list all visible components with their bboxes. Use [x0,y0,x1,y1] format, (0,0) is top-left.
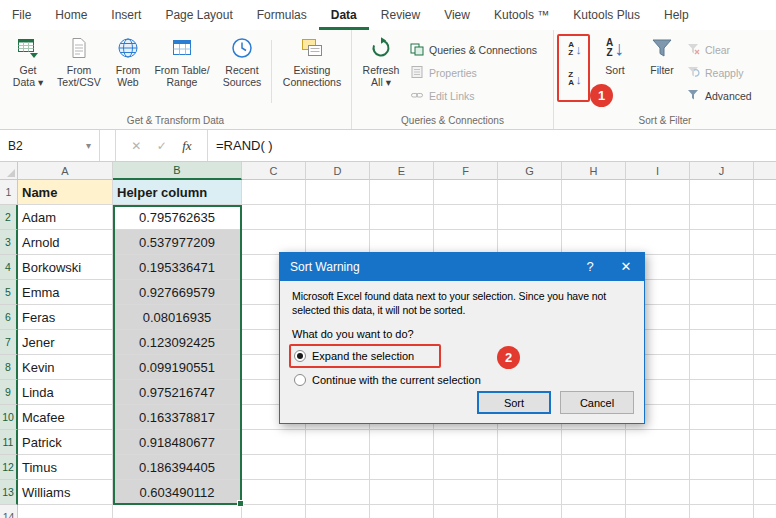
sort-confirm-button[interactable]: Sort [477,391,551,414]
tab-home[interactable]: Home [43,0,99,30]
tab-data[interactable]: Data [319,0,369,30]
sort-ascending-button[interactable]: AZ ↓ [562,36,588,62]
tab-kutools-plus[interactable]: Kutools Plus [561,0,652,30]
row-header-12[interactable]: 12 [0,455,18,480]
radio-expand-selection[interactable]: Expand the selection [294,347,644,364]
tab-formulas[interactable]: Formulas [245,0,319,30]
row-header-8[interactable]: 8 [0,355,18,380]
tab-kutools[interactable]: Kutools ™ [482,0,561,30]
cell-b1[interactable]: Helper column [113,180,242,205]
cancel-button[interactable]: Cancel [560,391,634,414]
cell-a5[interactable]: Emma [18,280,113,305]
col-header-a[interactable]: A [18,162,113,180]
existing-connections-button[interactable]: Existing Connections [276,35,348,88]
from-table-range-button[interactable]: From Table/ Range [150,35,214,88]
cell-a8[interactable]: Kevin [18,355,113,380]
row-header-13[interactable]: 13 [0,480,18,505]
cell-b10[interactable]: 0.163378817 [113,405,242,430]
row-header-14[interactable]: 14 [0,505,18,518]
cell-a13[interactable]: Williams [18,480,113,505]
from-text-csv-button[interactable]: From Text/CSV [52,35,106,88]
cell-b13[interactable]: 0.603490112 [113,480,242,505]
col-header-i[interactable]: I [626,162,690,180]
cell-b6[interactable]: 0.08016935 [113,305,242,330]
name-box-dropdown-icon[interactable]: ▾ [86,140,91,151]
col-header-h[interactable]: H [562,162,626,180]
col-header-c[interactable]: C [242,162,306,180]
cell-a12[interactable]: Timus [18,455,113,480]
col-header-d[interactable]: D [306,162,370,180]
col-header-b[interactable]: B [113,162,242,180]
radio-continue-selection[interactable]: Continue with the current selection [294,371,644,388]
col-header-partial[interactable] [754,162,776,180]
cell-a2[interactable]: Adam [18,205,113,230]
cell-b14[interactable] [113,505,242,518]
cell-a6[interactable]: Feras [18,305,113,330]
advanced-button[interactable]: Advanced [686,86,752,106]
col-header-e[interactable]: E [370,162,434,180]
get-data-button[interactable]: Get Data ▾ [6,35,50,88]
select-all-corner[interactable] [0,162,18,180]
cell-b11[interactable]: 0.918480677 [113,430,242,455]
row-header-1[interactable]: 1 [0,180,18,205]
cell-a3[interactable]: Arnold [18,230,113,255]
cell-b12[interactable]: 0.186394405 [113,455,242,480]
cell-a7[interactable]: Jener [18,330,113,355]
cell-a14[interactable] [18,505,113,518]
col-header-f[interactable]: F [434,162,498,180]
cell-b2-active[interactable]: 0.795762635 [113,205,242,230]
group-get-transform-data: Get Data ▾ From Text/CSV From Web From T… [0,30,352,129]
row-header-9[interactable]: 9 [0,380,18,405]
formula-input[interactable]: =RAND( ) [208,130,776,161]
tab-file[interactable]: File [0,0,43,30]
empty-cells-row-1[interactable] [242,180,776,205]
tab-help[interactable]: Help [652,0,701,30]
row-header-2[interactable]: 2 [0,205,18,230]
dialog-title-bar[interactable]: Sort Warning ? ✕ [280,253,644,281]
tab-page-layout[interactable]: Page Layout [153,0,244,30]
tab-review[interactable]: Review [369,0,432,30]
sort-dialog-button[interactable]: AZ ↓ Sort [592,35,638,76]
cell-b4[interactable]: 0.195336471 [113,255,242,280]
cell-b7[interactable]: 0.123092425 [113,330,242,355]
from-web-button[interactable]: From Web [108,35,148,88]
existing-connections-label: Existing Connections [283,64,341,88]
refresh-all-button[interactable]: Refresh All ▾ [356,35,406,88]
name-box[interactable]: B2 ▾ [0,130,100,161]
empty-cells-row-13[interactable] [242,480,776,505]
col-header-j[interactable]: J [690,162,754,180]
radio-button-expand[interactable] [294,350,306,362]
row-header-3[interactable]: 3 [0,230,18,255]
dialog-help-icon[interactable]: ? [572,253,608,281]
col-header-g[interactable]: G [498,162,562,180]
cell-a9[interactable]: Linda [18,380,113,405]
cell-a1[interactable]: Name [18,180,113,205]
empty-cells-row-2[interactable] [242,205,776,230]
row-header-4[interactable]: 4 [0,255,18,280]
sort-descending-button[interactable]: ZA ↓ [562,66,588,92]
row-header-6[interactable]: 6 [0,305,18,330]
row-header-11[interactable]: 11 [0,430,18,455]
cell-b8[interactable]: 0.099190551 [113,355,242,380]
filter-button[interactable]: Filter [642,35,682,76]
insert-function-icon[interactable]: fx [182,138,191,154]
empty-cells-row-14[interactable] [242,505,776,518]
dialog-close-icon[interactable]: ✕ [608,253,644,281]
cell-a11[interactable]: Patrick [18,430,113,455]
row-header-10[interactable]: 10 [0,405,18,430]
queries-connections-button[interactable]: Queries & Connections [410,40,537,60]
tab-insert[interactable]: Insert [99,0,153,30]
cell-b3[interactable]: 0.537977209 [113,230,242,255]
recent-sources-button[interactable]: Recent Sources [216,35,268,88]
radio-button-continue[interactable] [294,374,306,386]
cell-b5[interactable]: 0.927669579 [113,280,242,305]
tab-view[interactable]: View [432,0,482,30]
row-header-7[interactable]: 7 [0,330,18,355]
cell-a4[interactable]: Borkowski [18,255,113,280]
empty-cells-row-11[interactable] [242,430,776,455]
empty-cells-row-12[interactable] [242,455,776,480]
cell-a10[interactable]: Mcafee [18,405,113,430]
formula-bar-splitter[interactable] [100,130,116,161]
cell-b9[interactable]: 0.975216747 [113,380,242,405]
row-header-5[interactable]: 5 [0,280,18,305]
